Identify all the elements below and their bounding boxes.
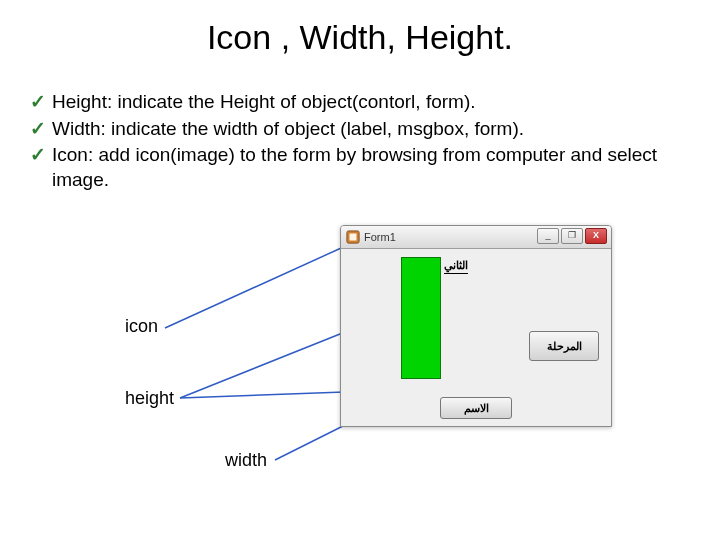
form-body: الثاني المرحلة الاسم xyxy=(341,249,611,427)
green-control[interactable] xyxy=(401,257,441,379)
bullet-text: Icon: add icon(image) to the form by bro… xyxy=(52,143,690,192)
bullet-text: Width: indicate the width of object (lab… xyxy=(52,117,524,142)
bullet-icon: ✓ Icon: add icon(image) to the form by b… xyxy=(30,143,690,192)
close-button[interactable]: X xyxy=(585,228,607,244)
bullet-text: Height: indicate the Height of object(co… xyxy=(52,90,475,115)
form-label: الثاني xyxy=(444,259,468,274)
form-title: Form1 xyxy=(364,231,396,243)
page-title: Icon , Width, Height. xyxy=(0,18,720,57)
svg-rect-5 xyxy=(350,234,357,241)
bullet-width: ✓ Width: indicate the width of object (l… xyxy=(30,117,690,142)
form-titlebar[interactable]: Form1 _ ❐ X xyxy=(341,226,611,249)
check-icon: ✓ xyxy=(30,143,46,192)
form-button-name[interactable]: الاسم xyxy=(440,397,512,419)
check-icon: ✓ xyxy=(30,90,46,115)
bullet-height: ✓ Height: indicate the Height of object(… xyxy=(30,90,690,115)
maximize-button[interactable]: ❐ xyxy=(561,228,583,244)
annotation-height: height xyxy=(125,388,174,409)
annotation-icon: icon xyxy=(125,316,158,337)
form-window: Form1 _ ❐ X الثاني المرحلة الاسم xyxy=(340,225,612,427)
window-controls: _ ❐ X xyxy=(537,228,607,244)
bullet-list: ✓ Height: indicate the Height of object(… xyxy=(30,90,690,195)
annotation-width: width xyxy=(225,450,267,471)
minimize-button[interactable]: _ xyxy=(537,228,559,244)
form-button-stage[interactable]: المرحلة xyxy=(529,331,599,361)
svg-line-0 xyxy=(165,244,350,328)
check-icon: ✓ xyxy=(30,117,46,142)
app-icon xyxy=(346,230,360,244)
